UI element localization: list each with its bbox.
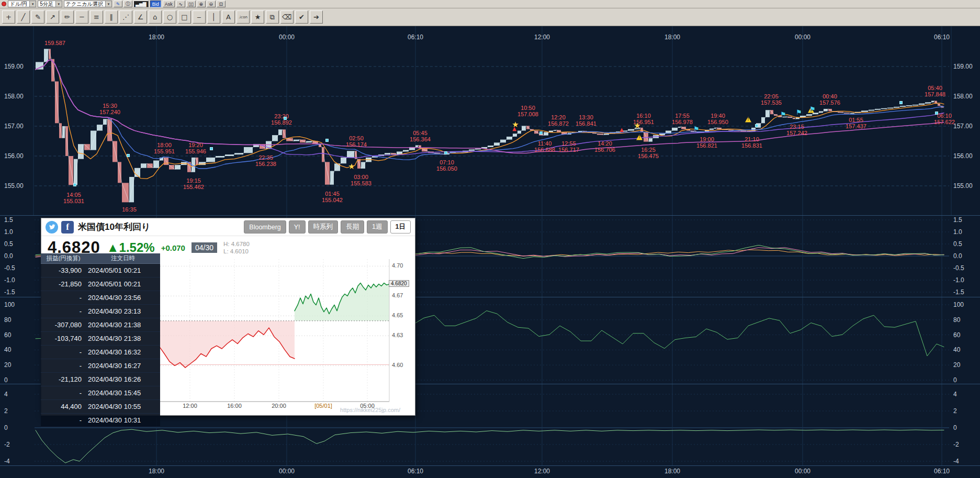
pnl-amount-cell: - [41,348,86,356]
drawing-toolbar: +╱✎↗✏─≡∥⋰∠⌂○□‒│A.icon★⧉⌫✔➔ [0,8,980,26]
pnl-date-cell: 2024/04/30 16:32 [86,348,160,356]
eraser-tool[interactable]: ⌫ [280,10,294,24]
yield-high: H: 4.6780 [223,241,250,247]
table-row[interactable]: -307,0802024/04/30 21:38 [41,318,160,332]
current-value-tag: 4.6820 [389,280,409,287]
pnl-date-cell: 2024/04/30 16:26 [86,375,160,383]
trendline-edit-tool[interactable]: ✎ [31,10,44,24]
horizontal-lines-tool[interactable]: ≡ [90,10,103,24]
yield-time-label: 20:00 [272,403,286,409]
text-tool[interactable]: A [222,10,235,24]
chevron-down-icon[interactable]: ▼ [105,1,111,7]
compare-icon[interactable]: ▯▯ [186,1,196,7]
copy-tool[interactable]: ⧉ [266,10,279,24]
popup-button-1週[interactable]: 1週 [367,220,387,234]
horizontal-line-tool[interactable]: ─ [75,10,88,24]
pnl-header-datetime: 注文日時 [86,254,160,262]
time-axis-label: 00:00 [795,468,810,475]
popup-button-Bloomberg[interactable]: Bloomberg [244,220,286,234]
bid-button[interactable]: Bid [150,1,161,7]
icon-tool[interactable]: .icon [236,10,250,24]
table-row[interactable]: -2024/04/30 15:45 [41,386,160,400]
table-row[interactable]: -33,9002024/05/01 00:21 [41,264,160,277]
table-row[interactable]: -2024/04/30 23:56 [41,291,160,305]
zoom-out-icon[interactable]: ⊖ [207,1,216,7]
yield-axis-label: 4.67 [392,292,403,298]
yield-axis-label: 4.63 [392,332,403,338]
pnl-amount-cell: -307,080 [41,321,86,329]
pnl-amount-cell: -21,120 [41,375,86,383]
vertical-segment-tool[interactable]: │ [207,10,220,24]
pnl-amount-cell: - [41,362,86,370]
pentagon-tool[interactable]: ⌂ [149,10,162,24]
yield-change-abs: +0.070 [161,243,185,252]
twitter-icon[interactable] [46,221,58,234]
time-axis-label: 06:10 [934,468,950,475]
table-row[interactable]: -21,8502024/05/01 00:21 [41,277,160,291]
confirm-tool[interactable]: ✔ [295,10,308,24]
time-axis-label: 18:00 [664,468,680,475]
chart-style-icon[interactable]: ▃▅▇ [133,1,149,7]
pnl-amount-cell: - [41,389,86,397]
popup-button-時系列[interactable]: 時系列 [308,220,339,234]
edit-icon[interactable]: ✎ [114,1,122,7]
pnl-date-cell: 2024/04/30 21:38 [86,321,160,329]
freehand-tool[interactable]: ✏ [61,10,74,24]
high-low-block: H: 4.6780 L: 4.6010 [223,240,250,255]
table-row[interactable]: -2024/04/30 10:31 [41,414,160,427]
chevron-down-icon[interactable]: ▼ [29,1,36,7]
zoom-in-icon[interactable]: ⊕ [197,1,206,7]
table-row[interactable]: 44,4002024/04/30 10:55 [41,400,160,414]
ask-button[interactable]: Ask [163,1,175,7]
table-row[interactable]: -2024/04/30 16:27 [41,359,160,373]
panel-divider [0,215,980,216]
technical-select[interactable]: テクニカル選択▼ [64,1,112,7]
stamp-tool[interactable]: ★ [251,10,264,24]
facebook-icon[interactable]: f [61,221,74,234]
zoom-area-icon[interactable]: ⊡ [217,1,226,7]
pnl-date-cell: 2024/05/01 00:21 [86,280,160,288]
trendline-tool[interactable]: ╱ [17,10,30,24]
pnl-amount-cell: -103,740 [41,335,86,342]
time-axis-label: 12:00 [534,468,550,475]
timeframe-select[interactable]: 5分足▼ [38,1,62,7]
timeframe-select-value: 5分足 [40,1,53,8]
vertical-lines-tool[interactable]: ∥ [105,10,118,24]
pnl-amount-cell: - [41,294,86,302]
pnl-date-cell: 2024/04/30 23:56 [86,294,160,302]
wave-icon[interactable]: ∿ [176,1,185,7]
share-tool[interactable]: ➔ [310,10,323,24]
ellipse-tool[interactable]: ○ [163,10,176,24]
pair-select-value: ドル/円 [10,1,27,8]
popup-button-1日[interactable]: 1日 [390,220,411,234]
pnl-header-amount: 損益(円換算) [41,254,86,262]
pnl-date-cell: 2024/04/30 21:38 [86,335,160,342]
ray-tool[interactable]: ↗ [46,10,59,24]
watermark: https://nikkei225jp.com/ [340,407,400,413]
pair-select[interactable]: ドル/円▼ [8,1,36,7]
table-row[interactable]: -21,1202024/04/30 16:26 [41,373,160,386]
pnl-amount-cell: - [41,307,86,315]
crosshair-tool[interactable]: + [2,10,15,24]
yield-time-label: 16:00 [227,403,242,409]
pnl-table: 損益(円換算) 注文日時 -33,9002024/05/01 00:21-21,… [41,253,160,427]
chevron-down-icon[interactable]: ▼ [55,1,62,7]
parallel-lines-tool[interactable]: ⋰ [119,10,132,24]
pnl-date-cell: 2024/04/30 10:55 [86,403,160,410]
popup-button-Y![interactable]: Y! [289,220,306,234]
pnl-date-cell: 2024/04/30 16:27 [86,362,160,370]
table-row[interactable]: -103,7402024/04/30 21:38 [41,332,160,346]
yield-time-label: [05/01] [314,403,332,409]
pnl-date-cell: 2024/05/01 00:21 [86,266,160,274]
popup-button-長期[interactable]: 長期 [341,220,364,234]
info-icon[interactable]: ⓘ [123,1,132,7]
angle-tool[interactable]: ∠ [134,10,147,24]
rectangle-tool[interactable]: □ [178,10,191,24]
table-row[interactable]: -2024/04/30 23:13 [41,305,160,318]
main-price-chart[interactable] [0,26,980,216]
table-row[interactable]: -2024/04/30 16:32 [41,346,160,359]
dash-tool[interactable]: ‒ [193,10,206,24]
pnl-amount-cell: -21,850 [41,280,86,288]
pnl-amount-cell: -33,900 [41,266,86,274]
yield-low: L: 4.6010 [223,248,249,254]
